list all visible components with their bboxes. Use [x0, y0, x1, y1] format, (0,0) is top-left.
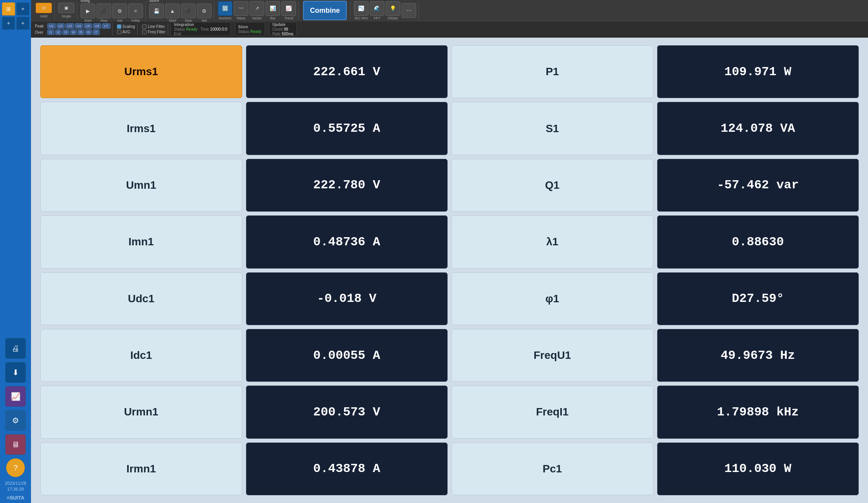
sidebar-btn-add3[interactable]: ＋ — [16, 17, 29, 30]
integ-start-button[interactable]: ▶ — [81, 3, 95, 18]
bar-button[interactable]: 📊 — [265, 1, 280, 16]
value-lambda1[interactable]: 0.88630 — [657, 215, 859, 268]
label-idc1[interactable]: Idc1 — [40, 329, 242, 382]
label-s1[interactable]: S1 — [451, 102, 653, 155]
integ-set-button[interactable]: ⚙ — [112, 3, 127, 18]
label-lambda1[interactable]: λ1 — [451, 215, 653, 268]
iechnm-group: 📉 IEC Hrm — [354, 1, 369, 20]
peak-over-section: Peak U1 U2 U3 U4 U5 U6 U7 Over I1 I2 I3 — [33, 22, 112, 36]
value-freqi1[interactable]: 1.79898 kHz — [657, 386, 859, 438]
label-irms1[interactable]: Irms1 — [40, 102, 242, 155]
scaling-checkbox[interactable]: Scaling — [117, 24, 135, 29]
integ-stop-button[interactable]: ⬛ — [96, 3, 111, 18]
over-row: Over I1 I2 I3 I4 I5 I6 I7 — [35, 29, 110, 35]
label-p1[interactable]: P1 — [451, 45, 653, 98]
integration-status-row: Status Ready Time 10000:0:0 — [174, 27, 227, 31]
store-status-row: Status Ready — [238, 29, 262, 34]
value-irms1[interactable]: 0.55725 A — [246, 102, 448, 155]
freq-filter-checkboxes: Line Filter Freq Filter — [140, 24, 168, 35]
over-i6-btn[interactable]: I6 — [85, 29, 92, 35]
value-udc1[interactable]: -0.018 V — [246, 272, 448, 325]
label-q1[interactable]: Q1 — [451, 159, 653, 212]
value-q1[interactable]: -57.462 var — [657, 159, 859, 212]
over-i3-btn[interactable]: I3 — [62, 29, 69, 35]
value-imn1[interactable]: 0.48736 A — [246, 215, 448, 268]
over-i7-btn[interactable]: I7 — [93, 29, 100, 35]
over-i5-btn[interactable]: I5 — [78, 29, 84, 35]
combine-button[interactable]: Combine — [303, 1, 347, 20]
peak-u1-btn[interactable]: U1 — [47, 23, 56, 29]
numeric-group: 🔢 Numeric — [218, 1, 232, 20]
store-set-button[interactable]: ⚙ — [197, 3, 212, 18]
over-i1-btn[interactable]: I1 — [47, 29, 54, 35]
sidebar-help-tool[interactable]: ? — [6, 458, 25, 477]
value-irmn1[interactable]: 0.43878 A — [246, 443, 448, 495]
flicker-button[interactable]: 💡 — [386, 1, 400, 16]
label-phi1[interactable]: φ1 — [451, 272, 653, 325]
freq-filter-checkbox[interactable]: Freq Filter — [142, 30, 165, 34]
label-umn1[interactable]: Umn1 — [40, 159, 242, 212]
more-button[interactable]: ⋯ — [401, 3, 416, 18]
sidebar-btn-add[interactable]: ＋ — [16, 2, 29, 16]
store-stop-button[interactable]: ⬛ — [181, 3, 196, 18]
store-set-group: ⚙ Set — [197, 3, 212, 22]
numeric-button[interactable]: 🔢 — [218, 1, 232, 16]
label-freqi1[interactable]: FreqI1 — [451, 386, 653, 438]
val-irms1-unit: A — [373, 121, 380, 136]
value-urmn1[interactable]: 200.573 V — [246, 386, 448, 438]
over-text: Over — [35, 30, 46, 34]
integ-indep-label: Indep — [131, 19, 140, 22]
integ-indep-group: ≡ Indep — [128, 3, 143, 22]
sidebar-gear-tool[interactable]: ⚙ — [5, 410, 26, 431]
val-p1-num: 109.971 — [724, 65, 776, 79]
wave-button[interactable]: 〰 — [234, 1, 248, 16]
tb-group-single: ▣ Single — [56, 2, 77, 19]
value-idc1[interactable]: 0.00055 A — [246, 329, 448, 382]
vector-button[interactable]: ↗ — [250, 1, 264, 16]
peak-u3-btn[interactable]: U3 — [65, 23, 74, 29]
label-udc1[interactable]: Udc1 — [40, 272, 242, 325]
store-group: Store 💾 ▲ Start ⬛ Stop — [147, 2, 214, 19]
label-irmn1[interactable]: Irmn1 — [40, 443, 242, 495]
fft-button[interactable]: 🌊 — [370, 1, 384, 16]
value-phi1[interactable]: D27.59° — [657, 272, 859, 325]
iechrm-button[interactable]: 📉 — [354, 1, 369, 16]
sidebar-btn-grid[interactable]: ⊞ — [2, 2, 15, 16]
integ-indep-button[interactable]: ≡ — [128, 3, 143, 18]
avg-checkbox[interactable]: AVG — [117, 30, 135, 34]
val-irmn1-num: 0.43878 — [313, 462, 365, 476]
trend-button[interactable]: 📈 — [281, 1, 296, 16]
store-save-button[interactable]: 💾 — [149, 3, 164, 18]
label-frequ1[interactable]: FreqU1 — [451, 329, 653, 382]
over-i2-btn[interactable]: I2 — [55, 29, 62, 35]
value-p1[interactable]: 109.971 W — [657, 45, 859, 98]
store-start-button[interactable]: ▲ — [165, 3, 180, 18]
integ-set-label: Set — [117, 19, 122, 22]
value-pc1[interactable]: 110.030 W — [657, 443, 859, 495]
label-urmn1[interactable]: Urmn1 — [40, 386, 242, 438]
label-imn1[interactable]: Imn1 — [40, 215, 242, 268]
line-filter-cb-box — [142, 24, 146, 29]
line-filter-checkbox[interactable]: Line Filter — [142, 24, 165, 29]
value-frequ1[interactable]: 49.9673 Hz — [657, 329, 859, 382]
single-button[interactable]: ▣ — [58, 3, 74, 13]
peak-u7-btn[interactable]: U7 — [102, 23, 110, 29]
sidebar-download-tool[interactable]: ⬇ — [5, 362, 26, 383]
sidebar-display-tool[interactable]: 🖥 — [5, 434, 26, 455]
sidebar-btn-add2[interactable]: ＋ — [2, 17, 15, 30]
over-i4-btn[interactable]: I4 — [70, 29, 77, 35]
update-rate-key: Rate — [272, 32, 281, 36]
sidebar-chart-tool[interactable]: 📈 — [5, 386, 26, 407]
peak-u2-btn[interactable]: U2 — [57, 23, 65, 29]
label-urms1[interactable]: Urms1 — [40, 45, 242, 98]
val-urmn1-num: 200.573 — [313, 405, 365, 419]
peak-u4-btn[interactable]: U4 — [75, 23, 83, 29]
label-pc1[interactable]: Pc1 — [451, 443, 653, 495]
value-urms1[interactable]: 222.661 V — [246, 45, 448, 98]
peak-u5-btn[interactable]: U5 — [84, 23, 92, 29]
sidebar-print-tool[interactable]: 🖨 — [5, 338, 26, 359]
peak-u6-btn[interactable]: U6 — [93, 23, 102, 29]
hold-button[interactable]: H — [36, 3, 52, 13]
value-umn1[interactable]: 222.780 V — [246, 159, 448, 212]
value-s1[interactable]: 124.078 VA — [657, 102, 859, 155]
